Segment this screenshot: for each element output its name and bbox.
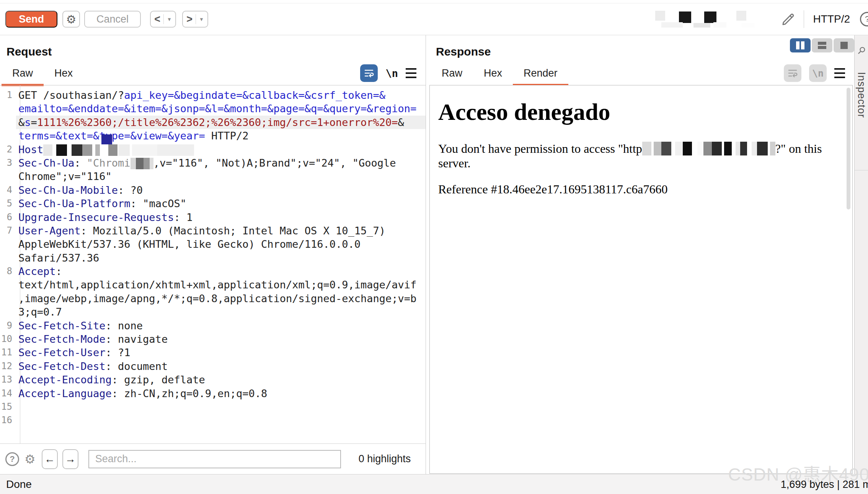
request-tabs: Raw Hex	[2, 64, 83, 86]
word-wrap-toggle[interactable]	[360, 64, 378, 82]
tab-response-hex[interactable]: Hex	[473, 64, 513, 86]
request-line[interactable]: &s=1111%26%2360;/title%26%2362;%26%2360;…	[0, 116, 426, 129]
request-menu-icon[interactable]	[406, 68, 416, 78]
cancel-button[interactable]: Cancel	[84, 11, 141, 28]
line-number	[0, 278, 16, 291]
show-newlines-toggle[interactable]: \n	[385, 67, 398, 79]
next-match-button[interactable]: →	[62, 449, 78, 469]
code-segment: : "macOS"	[131, 198, 186, 209]
request-editor[interactable]: 1GET /southasian/?api_key=&begindate=&ca…	[0, 85, 426, 443]
request-line[interactable]: 15	[0, 400, 426, 414]
single-pane-icon	[840, 42, 848, 49]
request-line[interactable]: 14Accept-Language: zh-CN,zh;q=0.9,en;q=0…	[0, 387, 426, 400]
request-line[interactable]: 3Sec-Ch-Ua: "Chromi,v="116", "Not)A;Bran…	[0, 156, 426, 170]
code-segment: : navigate	[106, 333, 168, 345]
line-number: 8	[0, 265, 16, 278]
line-number	[0, 170, 16, 183]
request-line[interactable]: 1GET /southasian/?api_key=&begindate=&ca…	[0, 88, 426, 102]
line-number: 9	[0, 319, 16, 332]
back-button[interactable]: < ▼	[150, 11, 176, 28]
rendered-heading: Acceso denegado	[438, 98, 843, 126]
request-line[interactable]: terms=&text=&type=&view=&year= HTTP/2	[0, 129, 426, 142]
back-dropdown-caret-icon[interactable]: ▼	[167, 16, 172, 22]
gear-icon: ⚙	[66, 13, 77, 26]
forward-button[interactable]: > ▼	[182, 11, 208, 28]
line-number: 1	[0, 88, 16, 102]
help-icon[interactable]: ?	[860, 12, 868, 26]
inspector-icon	[856, 45, 867, 56]
request-line[interactable]: 13Accept-Encoding: gzip, deflate	[0, 373, 426, 386]
word-wrap-toggle-disabled[interactable]	[784, 64, 801, 82]
redacted-block	[713, 22, 726, 28]
request-line[interactable]: 6Upgrade-Insecure-Requests: 1	[0, 211, 426, 224]
response-menu-icon[interactable]	[834, 68, 845, 78]
search-settings-gear-icon[interactable]: ⚙	[24, 452, 36, 466]
response-tabs: Raw Hex Render	[431, 64, 568, 86]
line-number: 7	[0, 224, 16, 237]
show-newlines-toggle-disabled[interactable]: \n	[809, 64, 827, 82]
request-line[interactable]: AppleWebKit/537.36 (KHTML, like Gecko) C…	[0, 237, 426, 251]
redacted-block	[661, 22, 683, 28]
line-number	[0, 237, 16, 251]
line-number: 5	[0, 197, 16, 210]
protocol-selector[interactable]: HTTP/2	[813, 13, 850, 25]
forward-dropdown-caret-icon[interactable]: ▼	[199, 16, 204, 22]
request-line[interactable]: 3;q=0.7	[0, 305, 426, 319]
request-line[interactable]: 5Sec-Ch-Ua-Platform: "macOS"	[0, 197, 426, 210]
line-number: 14	[0, 387, 16, 400]
request-line[interactable]: 12Sec-Fetch-Dest: document	[0, 360, 426, 373]
line-number	[0, 292, 16, 305]
request-line[interactable]: 11Sec-Fetch-User: ?1	[0, 346, 426, 359]
search-help-icon[interactable]: ?	[5, 452, 19, 466]
layout-columns-button[interactable]	[790, 38, 811, 52]
code-segment: Sec-Ch-Ua-Platform	[18, 198, 131, 209]
code-segment: User-Agent	[18, 225, 81, 237]
highlights-count: 0 highlights	[359, 453, 411, 465]
layout-rows-button[interactable]	[812, 38, 832, 52]
layout-single-button[interactable]	[834, 38, 854, 52]
request-line[interactable]: 9Sec-Fetch-Site: none	[0, 319, 426, 332]
send-button[interactable]: Send	[5, 11, 57, 28]
previous-match-button[interactable]: ←	[42, 449, 58, 469]
line-number	[0, 102, 16, 115]
request-line[interactable]: Chrome";v="116"	[0, 170, 426, 183]
inspector-collapsed-tab[interactable]: Inspector	[854, 35, 868, 474]
line-number: 4	[0, 183, 16, 197]
request-line[interactable]: Safari/537.36	[0, 251, 426, 265]
redacted-blocks	[642, 142, 775, 155]
request-line[interactable]: 2Host	[0, 143, 426, 156]
edit-pencil-icon[interactable]	[781, 11, 796, 27]
request-line[interactable]: emailto=&enddate=&item=&jsonp=&l=&month=…	[0, 102, 426, 115]
rendered-reference: Reference #18.46ee2e17.1695138117.c6a766…	[438, 182, 843, 197]
code-segment: s	[24, 116, 31, 128]
request-line[interactable]: text/html,application/xhtml+xml,applicat…	[0, 278, 426, 291]
tab-response-render[interactable]: Render	[513, 64, 568, 86]
tab-request-raw[interactable]: Raw	[2, 64, 44, 86]
response-panel: Response Raw Hex Render \n Acceso denega…	[429, 35, 853, 474]
search-input[interactable]	[88, 450, 341, 468]
request-line[interactable]: ,image/webp,image/apng,*/*;q=0.8,applica…	[0, 292, 426, 305]
code-segment: : Mozilla/5.0 (Macintosh; Intel Mac OS X…	[81, 225, 386, 237]
request-line[interactable]: 8Accept:	[0, 265, 426, 278]
request-line[interactable]: 7User-Agent: Mozilla/5.0 (Macintosh; Int…	[0, 224, 426, 237]
request-line[interactable]: 16	[0, 414, 426, 427]
code-segment: ,v="116", "Not)A;Brand";v="24", "Google	[153, 157, 396, 169]
request-line[interactable]: 4Sec-Ch-Ua-Mobile: ?0	[0, 183, 426, 197]
code-segment: Safari/537.36	[18, 252, 99, 264]
code-segment: : gzip, deflate	[112, 374, 205, 386]
code-segment: Sec-Fetch-Dest	[18, 360, 106, 372]
code-segment: Accept-Encoding	[18, 374, 112, 386]
line-number	[0, 251, 16, 265]
response-scrollbar-thumb[interactable]	[847, 88, 850, 209]
request-title: Request	[7, 45, 52, 58]
redacted-blocks	[131, 158, 153, 169]
send-settings-button[interactable]: ⚙	[62, 11, 80, 28]
rendered-body: You don't have permission to access "htt…	[438, 142, 843, 171]
code-segment: Chrome";v="116"	[18, 170, 112, 182]
code-segment: :	[56, 265, 62, 277]
tab-request-hex[interactable]: Hex	[44, 64, 83, 86]
code-segment: ,image/webp,image/apng,*/*;q=0.8,applica…	[18, 293, 416, 304]
request-line[interactable]: 10Sec-Fetch-Mode: navigate	[0, 332, 426, 346]
code-segment: 3;q=0.7	[18, 306, 62, 318]
tab-response-raw[interactable]: Raw	[431, 64, 473, 86]
